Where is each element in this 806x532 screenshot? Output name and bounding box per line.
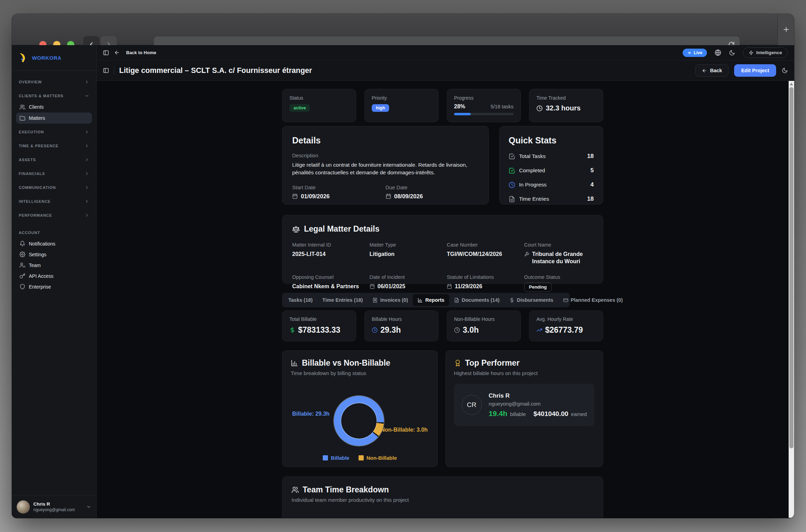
bar-chart-icon (291, 359, 298, 367)
back-to-home-link[interactable]: Back to Home (126, 50, 156, 55)
chevron-right-icon (84, 171, 89, 176)
sidebar-group-communication[interactable]: COMMUNICATION (16, 182, 92, 193)
tab-planned-expenses[interactable]: Planned Expenses (0) (558, 294, 628, 306)
tab-reports[interactable]: Reports (413, 294, 449, 306)
team-breakdown-subtitle: Individual team member productivity on t… (291, 497, 594, 503)
sidebar-item-notifications[interactable]: Notifications (16, 238, 92, 249)
donut-label-billable: Billable: 29.3h (292, 411, 330, 417)
new-tab-button[interactable] (778, 14, 794, 45)
dollar-icon (509, 298, 515, 303)
sidebar-item-enterprise[interactable]: Enterprise (16, 281, 92, 292)
legal-field: Date of Incident 06/01/2025 (370, 274, 439, 292)
top-performer-title: Top Performer (465, 358, 520, 368)
top-performer-card: Top Performer Highest billable hours on … (445, 350, 603, 467)
scales-icon (292, 225, 300, 233)
scrollbar[interactable] (789, 81, 794, 518)
tab-tasks[interactable]: Tasks (18) (283, 294, 318, 306)
key-icon (19, 273, 25, 279)
globe-icon[interactable] (715, 49, 721, 56)
sidebar-group-intelligence[interactable]: INTELLIGENCE (16, 196, 92, 207)
page-content: Status active Priority high Progress 28%… (97, 81, 789, 518)
progress-card: Progress 28% 5/18 tasks (447, 89, 521, 122)
avg-hourly-rate-card: Avg. Hourly Rate $26773.79 (529, 310, 603, 341)
sidebar-item-matters[interactable]: Matters (16, 113, 92, 124)
sidebar-group-execution[interactable]: EXECUTION (16, 126, 92, 138)
zap-icon (749, 50, 754, 55)
panel-toggle-icon[interactable] (103, 50, 109, 56)
outcome-status-badge: Pending (524, 282, 552, 292)
panel-toggle-icon[interactable] (103, 67, 109, 74)
status-badge: active (289, 104, 310, 112)
arrow-left-icon[interactable] (114, 50, 120, 56)
browser-window: WORKORA OVERVIEW CLIENTS & MATTERS Clien… (12, 14, 794, 518)
legal-field: Court Name Tribunal de Grande Instance d… (524, 242, 593, 265)
total-billable-card: Total Billable $783133.33 (282, 310, 356, 341)
sidebar: WORKORA OVERVIEW CLIENTS & MATTERS Clien… (12, 45, 97, 518)
scrollbar-up-arrow[interactable] (790, 83, 793, 85)
tab-documents[interactable]: Documents (14) (449, 294, 504, 306)
sidebar-group-time-presence[interactable]: TIME & PRESENCE (16, 140, 92, 151)
back-button[interactable]: Back (695, 64, 729, 77)
sidebar-item-clients[interactable]: Clients (16, 101, 92, 113)
start-date-value: 01/09/2026 (301, 193, 330, 200)
file-text-icon (509, 196, 515, 202)
legend-label-non-billable: Non-Billable (367, 455, 397, 461)
live-badge[interactable]: Live (683, 49, 707, 57)
tab-invoices[interactable]: Invoices (0) (368, 294, 413, 306)
clock-icon (536, 105, 543, 111)
file-text-icon (454, 298, 459, 303)
sidebar-group-performance[interactable]: PERFORMANCE (16, 210, 92, 221)
legal-field: Opposing Counsel Cabinet Nkem & Partners (292, 274, 361, 292)
donut-hole (341, 403, 377, 439)
progress-percent: 28% (454, 103, 465, 110)
due-date-value: 08/09/2026 (394, 193, 423, 200)
time-tracked-card: Time Tracked 32.3 hours (529, 89, 603, 122)
clock-icon (372, 327, 378, 333)
sidebar-item-api-access[interactable]: API Access (16, 271, 92, 281)
tab-disbursements[interactable]: Disbursements (504, 294, 558, 306)
edit-project-button[interactable]: Edit Project (734, 64, 776, 77)
details-description: Litige relatif à un contrat de fournitur… (292, 161, 479, 177)
intelligence-button[interactable]: Intelligence (743, 47, 788, 58)
sidebar-item-settings[interactable]: Settings (16, 249, 92, 260)
moon-icon[interactable] (729, 50, 735, 56)
sidebar-group-clients-matters[interactable]: CLIENTS & MATTERS (16, 90, 92, 101)
chevron-right-icon (84, 199, 89, 204)
brand-name: WORKORA (32, 55, 61, 61)
avatar (17, 500, 30, 514)
legal-field: Outcome Status Pending (524, 274, 593, 292)
sidebar-group-financials[interactable]: FINANCIALS (16, 168, 92, 179)
clock-icon (509, 182, 515, 188)
legend-swatch-non-billable (359, 455, 364, 460)
chart-subtitle: Time breakdown by billing status (291, 370, 429, 376)
calendar-icon (447, 284, 452, 289)
sidebar-group-assets[interactable]: ASSETS (16, 154, 92, 165)
top-performer-subtitle: Highest billable hours on this project (454, 370, 594, 376)
users-icon (19, 262, 25, 268)
sidebar-item-team[interactable]: Team (16, 260, 92, 271)
clock-icon (454, 327, 460, 333)
time-tracked-value: 32.3 hours (546, 104, 581, 112)
chevron-right-icon (84, 213, 89, 218)
moon-icon[interactable] (782, 67, 788, 74)
brand-logo[interactable]: WORKORA (12, 45, 96, 71)
matter-tabs: Tasks (18) Time Entries (18) Invoices (0… (282, 293, 570, 307)
workora-logo-icon (17, 52, 29, 64)
profile-email: ngueyong@gmail.com (33, 507, 75, 512)
page-title-bar: Litige commercial – SCLT S.A. c/ Fournis… (97, 60, 794, 81)
tab-time-entries[interactable]: Time Entries (18) (318, 294, 368, 306)
sidebar-group-overview[interactable]: OVERVIEW (16, 76, 92, 88)
priority-badge: high (372, 104, 389, 112)
scrollbar-thumb[interactable] (789, 87, 793, 448)
legend-swatch-billable (323, 455, 328, 460)
receipt-icon (372, 298, 378, 303)
check-square-icon (509, 153, 515, 160)
performer-email: ngueyong@gmail.com (489, 401, 587, 407)
legal-title: Legal Matter Details (304, 224, 379, 234)
user-profile[interactable]: Chris R ngueyong@gmail.com (12, 496, 96, 518)
calendar-icon (292, 193, 298, 199)
plus-icon (782, 26, 790, 33)
performer-avatar: CR (462, 395, 482, 415)
billable-chart-card: Billable vs Non-Billable Time breakdown … (282, 350, 438, 467)
legal-matter-details-card: Legal Matter Details Matter Internal ID … (282, 215, 603, 284)
